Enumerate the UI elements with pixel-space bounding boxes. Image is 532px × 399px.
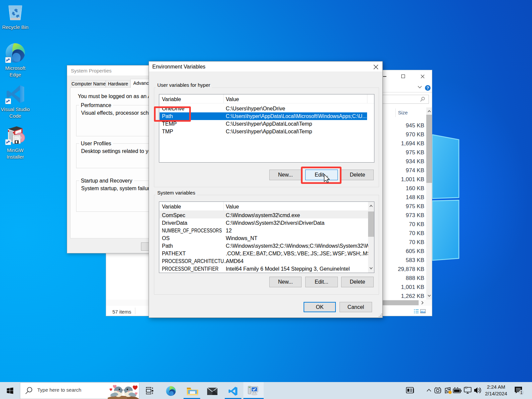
svg-text:1: 1: [520, 390, 523, 395]
